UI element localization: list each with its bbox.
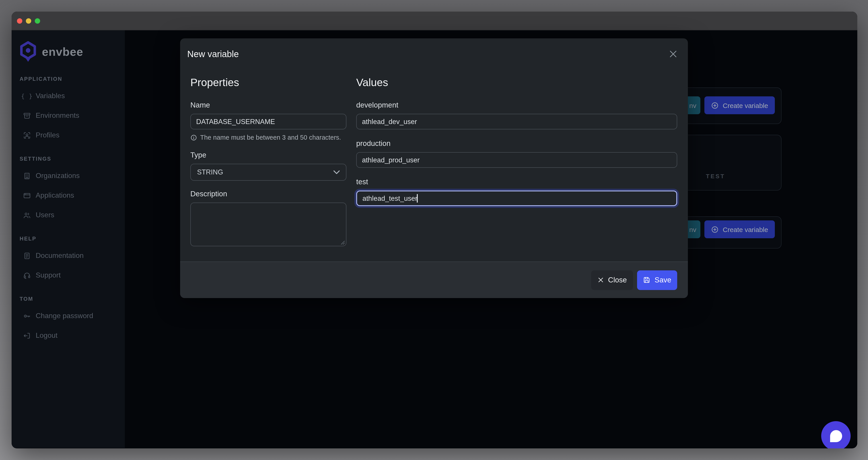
sidebar-item-label: Environments: [36, 112, 80, 120]
headset-icon: [23, 271, 31, 279]
sidebar-item-label: Profiles: [36, 131, 60, 139]
name-input[interactable]: [190, 114, 346, 130]
circle-plus-icon: [711, 226, 719, 233]
sidebar-item-environments[interactable]: Environments: [11, 106, 125, 125]
logo-text: envbee: [42, 45, 83, 59]
sidebar-item-profiles[interactable]: Profiles: [11, 125, 125, 145]
sidebar-item-applications[interactable]: Applications: [11, 185, 125, 205]
braces-icon: { }: [23, 92, 31, 100]
sidebar-item-label: Users: [36, 211, 54, 219]
chat-bubble-icon: [830, 430, 842, 442]
sidebar-section-settings: SETTINGS: [11, 156, 125, 162]
values-column: Values development production test: [356, 76, 677, 246]
properties-heading: Properties: [190, 76, 346, 89]
sidebar-section-help: HELP: [11, 236, 125, 242]
circle-plus-icon: [711, 102, 719, 109]
save-button-label: Save: [654, 276, 671, 284]
type-label: Type: [190, 150, 346, 160]
development-label: development: [356, 100, 677, 110]
close-button[interactable]: Close: [591, 270, 633, 290]
sidebar-item-support[interactable]: Support: [11, 265, 125, 285]
sidebar-item-label: Documentation: [36, 252, 84, 260]
chevron-down-icon: [334, 170, 340, 174]
properties-column: Properties Name The name must be between…: [190, 76, 346, 246]
create-variable-label: Create variable: [723, 102, 768, 109]
sidebar-section-user-tom: TOM: [11, 296, 125, 302]
window-titlebar: [11, 11, 857, 30]
close-window-button[interactable]: [17, 18, 22, 23]
sidebar-item-variables[interactable]: { } Variables: [11, 86, 125, 106]
type-select-value: STRING: [197, 168, 223, 176]
name-help: The name must be between 3 and 50 charac…: [190, 133, 346, 142]
sidebar-item-label: Change password: [36, 312, 93, 320]
export-env-button-label-fragment-2: nv: [689, 226, 703, 233]
sidebar-item-label: Organizations: [36, 172, 80, 180]
type-select[interactable]: STRING: [190, 164, 346, 181]
name-label: Name: [190, 100, 346, 110]
new-variable-modal: New variable Properties Name The: [180, 38, 688, 298]
text-cursor: [417, 194, 418, 203]
sidebar-item-change-password[interactable]: Change password: [11, 306, 125, 326]
sidebar-item-label: Variables: [36, 92, 65, 100]
test-card-label: TEST: [706, 173, 725, 180]
development-value-input[interactable]: [356, 114, 677, 130]
sidebar-item-label: Support: [36, 271, 61, 279]
name-help-text: The name must be between 3 and 50 charac…: [200, 133, 341, 142]
modal-header: New variable: [180, 38, 688, 69]
info-icon: [190, 134, 197, 141]
sidebar-item-label: Logout: [36, 332, 58, 340]
sidebar-item-logout[interactable]: Logout: [11, 326, 125, 345]
users-icon: [23, 211, 31, 219]
production-label: production: [356, 138, 677, 148]
description-label: Description: [190, 189, 346, 199]
zoom-window-button[interactable]: [35, 18, 40, 23]
values-heading: Values: [356, 76, 677, 89]
x-icon: [597, 277, 604, 283]
app-window-icon: [23, 192, 31, 199]
envbee-logo-icon: [20, 41, 36, 62]
save-button[interactable]: Save: [637, 270, 677, 290]
sidebar: envbee APPLICATION { } Variables Environ…: [11, 30, 125, 448]
sidebar-item-documentation[interactable]: Documentation: [11, 246, 125, 265]
export-env-button-label-fragment: nv: [689, 102, 703, 109]
modal-body: Properties Name The name must be between…: [180, 69, 688, 246]
production-value-input[interactable]: [356, 152, 677, 168]
archive-icon: [23, 112, 31, 119]
create-variable-button-top[interactable]: Create variable: [704, 96, 775, 114]
sidebar-item-label: Applications: [36, 192, 74, 199]
description-textarea[interactable]: [190, 203, 346, 246]
logout-icon: [23, 332, 31, 339]
sidebar-item-organizations[interactable]: Organizations: [11, 166, 125, 185]
modal-title: New variable: [187, 49, 239, 59]
test-value-input[interactable]: [356, 191, 677, 206]
close-button-label: Close: [608, 276, 627, 284]
test-label: test: [356, 177, 677, 186]
profile-badge-icon: [23, 132, 31, 139]
save-floppy-icon: [643, 276, 650, 284]
document-icon: [23, 252, 31, 259]
close-icon[interactable]: [668, 49, 678, 59]
create-variable-label: Create variable: [723, 226, 768, 233]
screen: envbee APPLICATION { } Variables Environ…: [0, 0, 868, 460]
key-icon: [23, 312, 31, 320]
chat-widget-button[interactable]: [821, 421, 850, 449]
modal-footer: Close Save: [180, 261, 688, 298]
logo[interactable]: envbee: [11, 41, 125, 62]
sidebar-item-users[interactable]: Users: [11, 205, 125, 225]
minimize-window-button[interactable]: [26, 18, 31, 23]
create-variable-button-bottom[interactable]: Create variable: [704, 221, 775, 238]
building-icon: [23, 172, 31, 180]
window-controls: [17, 18, 40, 23]
sidebar-section-application: APPLICATION: [11, 76, 125, 82]
